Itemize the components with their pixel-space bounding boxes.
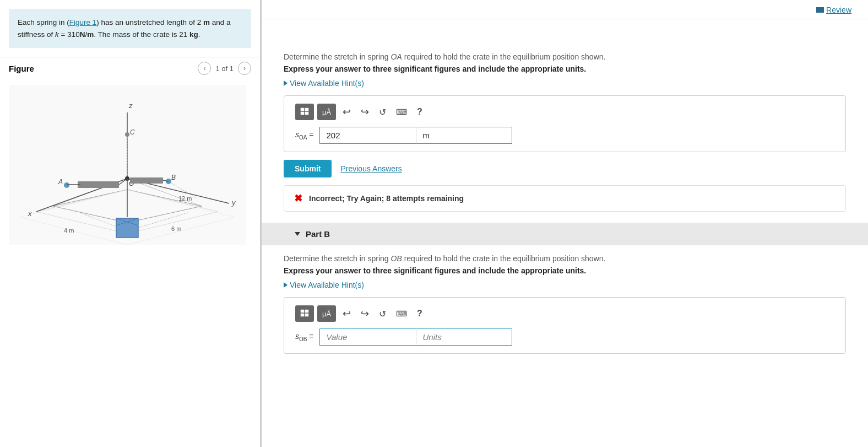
- part-a-error-box: ✖ Incorrect; Try Again; 8 attempts remai…: [284, 185, 846, 212]
- svg-rect-43: [301, 314, 304, 316]
- part-a-units-input[interactable]: [416, 127, 512, 144]
- svg-rect-40: [305, 112, 308, 115]
- svg-text:6 m: 6 m: [171, 225, 181, 232]
- figure-svg: y x z O C A B: [9, 85, 246, 245]
- part-b-hint-arrow-icon: [284, 282, 287, 288]
- svg-text:x: x: [28, 209, 32, 218]
- part-b-mu-button[interactable]: μÅ: [317, 305, 336, 322]
- part-a-hint-link[interactable]: View Available Hint(s): [284, 79, 846, 88]
- part-a-section: Determine the stretch in spring OA requi…: [284, 52, 846, 212]
- part-b-help-button[interactable]: ?: [414, 308, 426, 320]
- figure-prev-button[interactable]: ‹: [198, 62, 211, 75]
- mu-button[interactable]: μÅ: [317, 104, 336, 120]
- svg-text:B: B: [171, 174, 176, 181]
- part-b-reset-button[interactable]: ↺: [376, 308, 389, 320]
- figure-page: 1 of 1: [215, 64, 234, 73]
- grid-button[interactable]: [295, 104, 314, 120]
- part-a-instruction: Express your answer to three significant…: [284, 64, 846, 73]
- svg-point-18: [64, 182, 69, 188]
- svg-point-15: [125, 132, 129, 137]
- svg-text:12 m: 12 m: [178, 195, 192, 202]
- hint-arrow-icon: [284, 80, 287, 86]
- svg-rect-25: [130, 177, 163, 184]
- part-b-instruction: Express your answer to three significant…: [284, 266, 846, 275]
- figure-nav: ‹ 1 of 1 ›: [198, 62, 251, 75]
- part-b-grid-button[interactable]: [295, 305, 314, 322]
- part-b-section: Determine the stretch in spring OB requi…: [284, 254, 846, 354]
- svg-rect-42: [305, 310, 308, 313]
- figure-next-button[interactable]: ›: [238, 62, 251, 75]
- part-a-question: Determine the stretch in spring OA requi…: [284, 52, 846, 61]
- left-panel: Each spring in (Figure 1) has an unstret…: [0, 0, 262, 447]
- part-b-units-input[interactable]: [416, 328, 512, 346]
- part-b-input-row: sOB =: [295, 328, 834, 346]
- svg-text:z: z: [128, 101, 133, 110]
- part-b-title: Part B: [306, 229, 330, 239]
- part-a-input-label: sOA =: [295, 130, 314, 141]
- part-b-undo-button[interactable]: ↩: [339, 306, 354, 321]
- part-a-value-input[interactable]: [319, 127, 416, 144]
- part-b-hint-link[interactable]: View Available Hint(s): [284, 281, 846, 289]
- part-b-question: Determine the stretch in spring OB requi…: [284, 254, 846, 263]
- part-b-keyboard-button[interactable]: ⌨: [393, 308, 410, 319]
- svg-rect-38: [305, 108, 308, 111]
- redo-button[interactable]: ↪: [357, 105, 372, 119]
- part-b-toolbar: μÅ ↩ ↪ ↺ ⌨ ?: [295, 305, 834, 322]
- content-area: Determine the stretch in spring OA requi…: [262, 19, 868, 376]
- part-b-answer-box: μÅ ↩ ↪ ↺ ⌨ ? sOB =: [284, 297, 846, 354]
- svg-rect-39: [301, 112, 304, 115]
- part-b-mu-icon: μÅ: [322, 310, 331, 318]
- mu-icon: μÅ: [322, 108, 331, 116]
- help-button[interactable]: ?: [414, 106, 426, 118]
- part-a-error-text: Incorrect; Try Again; 8 attempts remaini…: [309, 194, 464, 203]
- part-b-value-input[interactable]: [319, 328, 416, 346]
- part-a-submit-row: Submit Previous Answers: [284, 160, 846, 177]
- figure-area: y x z O C A B: [0, 79, 260, 447]
- part-b-redo-button[interactable]: ↪: [357, 306, 372, 321]
- grid-icon: [300, 107, 309, 117]
- figure-link[interactable]: Figure 1: [69, 18, 97, 26]
- svg-text:4 m: 4 m: [64, 227, 74, 234]
- svg-rect-20: [78, 181, 119, 188]
- keyboard-button[interactable]: ⌨: [393, 106, 410, 117]
- review-link[interactable]: Review: [816, 6, 851, 14]
- part-b-grid-icon: [300, 309, 309, 319]
- part-b-header: Part B: [262, 223, 868, 245]
- part-b-input-label: sOB =: [295, 332, 314, 342]
- right-panel: Review Determine the stretch in spring O…: [262, 0, 868, 447]
- svg-rect-44: [305, 314, 308, 316]
- undo-button[interactable]: ↩: [339, 105, 354, 119]
- part-a-input-row: sOA =: [295, 127, 834, 144]
- figure-header: Figure ‹ 1 of 1 ›: [0, 57, 260, 79]
- svg-rect-37: [301, 108, 304, 111]
- part-a-prev-answers-link[interactable]: Previous Answers: [340, 164, 402, 173]
- part-a-toolbar: μÅ ↩ ↪ ↺ ⌨ ?: [295, 104, 834, 120]
- reset-button[interactable]: ↺: [376, 106, 389, 119]
- part-a-answer-box: μÅ ↩ ↪ ↺ ⌨ ? sOA =: [284, 95, 846, 152]
- info-text-pre: Each spring in (: [18, 18, 69, 26]
- error-icon: ✖: [294, 192, 302, 204]
- collapse-arrow-icon[interactable]: [295, 232, 300, 236]
- svg-rect-41: [301, 310, 304, 313]
- review-icon: [816, 7, 824, 13]
- svg-text:A: A: [58, 178, 63, 186]
- info-box: Each spring in (Figure 1) has an unstret…: [9, 9, 251, 48]
- figure-title: Figure: [9, 64, 192, 73]
- part-a-submit-button[interactable]: Submit: [284, 160, 332, 177]
- svg-text:C: C: [130, 128, 135, 136]
